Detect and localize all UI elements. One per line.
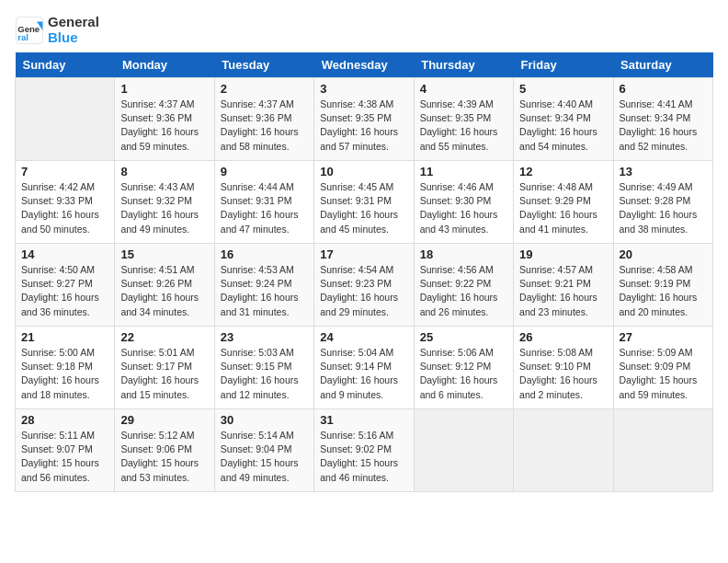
day-info: Sunrise: 4:40 AM Sunset: 9:34 PM Dayligh… — [519, 98, 607, 154]
calendar-cell: 24Sunrise: 5:04 AM Sunset: 9:14 PM Dayli… — [314, 327, 414, 409]
calendar-cell: 5Sunrise: 4:40 AM Sunset: 9:34 PM Daylig… — [514, 78, 613, 161]
calendar-cell: 1Sunrise: 4:37 AM Sunset: 9:36 PM Daylig… — [115, 78, 214, 161]
day-number: 20 — [620, 247, 707, 261]
logo-blue: Blue — [48, 29, 78, 45]
day-info: Sunrise: 5:00 AM Sunset: 9:18 PM Dayligh… — [21, 346, 108, 402]
day-number: 10 — [320, 165, 407, 178]
day-number: 6 — [620, 82, 707, 96]
page-header: Gene ral General Blue — [15, 15, 713, 45]
day-info: Sunrise: 4:53 AM Sunset: 9:24 PM Dayligh… — [221, 263, 308, 319]
week-row-1: 1Sunrise: 4:37 AM Sunset: 9:36 PM Daylig… — [16, 78, 713, 161]
day-number: 1 — [120, 82, 208, 96]
day-info: Sunrise: 5:12 AM Sunset: 9:06 PM Dayligh… — [120, 429, 208, 485]
calendar-cell: 15Sunrise: 4:51 AM Sunset: 9:26 PM Dayli… — [115, 244, 214, 327]
day-info: Sunrise: 4:42 AM Sunset: 9:33 PM Dayligh… — [21, 180, 108, 236]
day-info: Sunrise: 4:37 AM Sunset: 9:36 PM Dayligh… — [120, 98, 208, 154]
day-number: 19 — [519, 247, 607, 261]
day-info: Sunrise: 4:50 AM Sunset: 9:27 PM Dayligh… — [21, 263, 108, 319]
calendar-cell — [16, 78, 115, 161]
day-info: Sunrise: 5:11 AM Sunset: 9:07 PM Dayligh… — [21, 429, 108, 485]
day-number: 22 — [120, 330, 208, 344]
calendar-cell — [514, 409, 613, 492]
calendar-cell: 6Sunrise: 4:41 AM Sunset: 9:34 PM Daylig… — [613, 78, 712, 161]
day-info: Sunrise: 4:43 AM Sunset: 9:32 PM Dayligh… — [120, 180, 208, 236]
day-header-monday: Monday — [115, 52, 214, 78]
day-info: Sunrise: 5:04 AM Sunset: 9:14 PM Dayligh… — [320, 346, 407, 402]
calendar-cell: 18Sunrise: 4:56 AM Sunset: 9:22 PM Dayli… — [414, 244, 513, 327]
day-number: 8 — [120, 165, 208, 178]
day-number: 11 — [420, 165, 507, 178]
day-info: Sunrise: 5:14 AM Sunset: 9:04 PM Dayligh… — [221, 429, 308, 485]
calendar-cell — [414, 409, 513, 492]
day-header-saturday: Saturday — [613, 52, 712, 78]
day-number: 7 — [21, 165, 108, 178]
day-info: Sunrise: 4:57 AM Sunset: 9:21 PM Dayligh… — [519, 263, 607, 319]
day-number: 18 — [420, 247, 507, 261]
calendar-cell: 26Sunrise: 5:08 AM Sunset: 9:10 PM Dayli… — [514, 327, 613, 409]
day-header-tuesday: Tuesday — [214, 52, 313, 78]
day-info: Sunrise: 4:38 AM Sunset: 9:35 PM Dayligh… — [320, 98, 407, 154]
day-header-wednesday: Wednesday — [314, 52, 414, 78]
day-info: Sunrise: 4:39 AM Sunset: 9:35 PM Dayligh… — [420, 98, 507, 154]
day-number: 28 — [21, 413, 108, 427]
calendar-cell: 28Sunrise: 5:11 AM Sunset: 9:07 PM Dayli… — [16, 409, 115, 492]
week-row-2: 7Sunrise: 4:42 AM Sunset: 9:33 PM Daylig… — [16, 161, 713, 244]
calendar-cell: 21Sunrise: 5:00 AM Sunset: 9:18 PM Dayli… — [16, 327, 115, 409]
day-info: Sunrise: 4:56 AM Sunset: 9:22 PM Dayligh… — [420, 263, 507, 319]
day-info: Sunrise: 4:41 AM Sunset: 9:34 PM Dayligh… — [620, 98, 707, 154]
logo-icon: Gene ral — [15, 16, 44, 45]
calendar-cell: 10Sunrise: 4:45 AM Sunset: 9:31 PM Dayli… — [314, 161, 414, 244]
calendar-cell: 2Sunrise: 4:37 AM Sunset: 9:36 PM Daylig… — [214, 78, 313, 161]
calendar-cell: 7Sunrise: 4:42 AM Sunset: 9:33 PM Daylig… — [16, 161, 115, 244]
calendar-cell: 31Sunrise: 5:16 AM Sunset: 9:02 PM Dayli… — [314, 409, 414, 492]
calendar-cell: 29Sunrise: 5:12 AM Sunset: 9:06 PM Dayli… — [115, 409, 214, 492]
day-info: Sunrise: 4:45 AM Sunset: 9:31 PM Dayligh… — [320, 180, 407, 236]
day-info: Sunrise: 4:46 AM Sunset: 9:30 PM Dayligh… — [420, 180, 507, 236]
calendar-cell: 3Sunrise: 4:38 AM Sunset: 9:35 PM Daylig… — [314, 78, 414, 161]
calendar-cell: 16Sunrise: 4:53 AM Sunset: 9:24 PM Dayli… — [214, 244, 313, 327]
calendar-cell: 27Sunrise: 5:09 AM Sunset: 9:09 PM Dayli… — [613, 327, 712, 409]
day-number: 2 — [221, 82, 308, 96]
day-number: 24 — [320, 330, 407, 344]
day-number: 27 — [620, 330, 707, 344]
day-info: Sunrise: 4:48 AM Sunset: 9:29 PM Dayligh… — [519, 180, 607, 236]
day-number: 9 — [221, 165, 308, 178]
day-number: 15 — [120, 247, 208, 261]
svg-text:ral: ral — [17, 32, 28, 42]
calendar-cell: 22Sunrise: 5:01 AM Sunset: 9:17 PM Dayli… — [115, 327, 214, 409]
week-row-3: 14Sunrise: 4:50 AM Sunset: 9:27 PM Dayli… — [16, 244, 713, 327]
day-header-thursday: Thursday — [414, 52, 513, 78]
day-number: 21 — [21, 330, 108, 344]
calendar-cell: 13Sunrise: 4:49 AM Sunset: 9:28 PM Dayli… — [613, 161, 712, 244]
calendar-cell: 14Sunrise: 4:50 AM Sunset: 9:27 PM Dayli… — [16, 244, 115, 327]
day-number: 13 — [620, 165, 707, 178]
calendar-cell: 12Sunrise: 4:48 AM Sunset: 9:29 PM Dayli… — [514, 161, 613, 244]
day-number: 29 — [120, 413, 208, 427]
day-info: Sunrise: 4:44 AM Sunset: 9:31 PM Dayligh… — [221, 180, 308, 236]
day-info: Sunrise: 4:58 AM Sunset: 9:19 PM Dayligh… — [620, 263, 707, 319]
calendar-cell: 19Sunrise: 4:57 AM Sunset: 9:21 PM Dayli… — [514, 244, 613, 327]
calendar-cell: 25Sunrise: 5:06 AM Sunset: 9:12 PM Dayli… — [414, 327, 513, 409]
week-row-5: 28Sunrise: 5:11 AM Sunset: 9:07 PM Dayli… — [16, 409, 713, 492]
calendar-cell: 8Sunrise: 4:43 AM Sunset: 9:32 PM Daylig… — [115, 161, 214, 244]
day-number: 3 — [320, 82, 407, 96]
calendar-table: SundayMondayTuesdayWednesdayThursdayFrid… — [15, 52, 713, 492]
logo-general: General — [48, 14, 99, 29]
calendar-cell: 4Sunrise: 4:39 AM Sunset: 9:35 PM Daylig… — [414, 78, 513, 161]
day-number: 5 — [519, 82, 607, 96]
day-number: 12 — [519, 165, 607, 178]
calendar-cell: 11Sunrise: 4:46 AM Sunset: 9:30 PM Dayli… — [414, 161, 513, 244]
calendar-cell — [613, 409, 712, 492]
day-info: Sunrise: 5:16 AM Sunset: 9:02 PM Dayligh… — [320, 429, 407, 485]
week-row-4: 21Sunrise: 5:00 AM Sunset: 9:18 PM Dayli… — [16, 327, 713, 409]
day-number: 17 — [320, 247, 407, 261]
logo: Gene ral General Blue — [15, 15, 99, 45]
day-info: Sunrise: 5:09 AM Sunset: 9:09 PM Dayligh… — [620, 346, 707, 402]
calendar-cell: 17Sunrise: 4:54 AM Sunset: 9:23 PM Dayli… — [314, 244, 414, 327]
day-number: 31 — [320, 413, 407, 427]
day-info: Sunrise: 5:06 AM Sunset: 9:12 PM Dayligh… — [420, 346, 507, 402]
day-info: Sunrise: 5:01 AM Sunset: 9:17 PM Dayligh… — [120, 346, 208, 402]
day-info: Sunrise: 4:51 AM Sunset: 9:26 PM Dayligh… — [120, 263, 208, 319]
day-header-friday: Friday — [514, 52, 613, 78]
day-info: Sunrise: 5:08 AM Sunset: 9:10 PM Dayligh… — [519, 346, 607, 402]
